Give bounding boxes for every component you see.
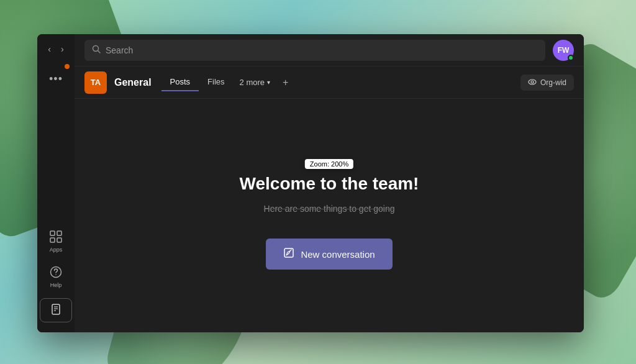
more-options-button[interactable]: ••• bbox=[45, 69, 66, 89]
apps-icon bbox=[49, 230, 63, 245]
svg-rect-0 bbox=[50, 231, 55, 235]
sidebar-item-help[interactable]: Help bbox=[40, 260, 72, 293]
svg-line-11 bbox=[98, 51, 101, 53]
new-conversation-button[interactable]: New conversation bbox=[266, 239, 392, 270]
avatar-status-indicator bbox=[568, 55, 574, 61]
channel-header: TA General Posts Files 2 more ▾ + O bbox=[75, 66, 584, 99]
content-area: Zoom: 200% Welcome to the team! Here are… bbox=[75, 99, 584, 332]
org-wide-button[interactable]: Org-wid bbox=[520, 75, 574, 91]
welcome-heading: Welcome to the team! bbox=[240, 162, 419, 194]
search-placeholder: Search bbox=[106, 45, 133, 55]
org-wide-label: Org-wid bbox=[540, 78, 566, 87]
tab-more-label: 2 more bbox=[240, 78, 265, 87]
main-content: Search FW TA General Posts Files 2 more … bbox=[75, 34, 584, 332]
sidebar-item-apps[interactable]: Apps bbox=[40, 225, 72, 258]
svg-point-12 bbox=[529, 80, 536, 84]
teams-window: ‹ › ••• Apps bbox=[37, 34, 584, 332]
device-icon bbox=[49, 303, 63, 318]
svg-rect-3 bbox=[57, 238, 61, 242]
channel-tabs: Posts Files 2 more ▾ + bbox=[161, 73, 295, 92]
edit-icon bbox=[283, 247, 294, 261]
help-label: Help bbox=[50, 282, 62, 288]
top-bar: Search FW bbox=[75, 34, 584, 66]
search-icon bbox=[92, 45, 101, 55]
nav-navigation: ‹ › bbox=[44, 42, 67, 57]
search-box[interactable]: Search bbox=[84, 40, 545, 61]
new-conversation-label: New conversation bbox=[301, 249, 375, 260]
svg-point-13 bbox=[531, 81, 534, 83]
svg-point-5 bbox=[55, 274, 57, 275]
welcome-container: Zoom: 200% Welcome to the team! bbox=[240, 162, 419, 199]
sub-text: Here are some things to get going bbox=[264, 204, 395, 214]
tab-files[interactable]: Files bbox=[199, 73, 233, 91]
svg-rect-1 bbox=[57, 231, 61, 235]
svg-rect-6 bbox=[52, 304, 60, 314]
apps-label: Apps bbox=[50, 247, 63, 253]
team-icon: TA bbox=[84, 71, 107, 94]
tab-add-button[interactable]: + bbox=[276, 73, 294, 92]
forward-button[interactable]: › bbox=[57, 42, 68, 57]
back-button[interactable]: ‹ bbox=[44, 42, 55, 57]
avatar-container[interactable]: FW bbox=[553, 40, 574, 61]
chevron-down-icon: ▾ bbox=[267, 79, 270, 86]
sidebar-item-device[interactable] bbox=[40, 298, 72, 322]
notification-dot bbox=[65, 64, 70, 69]
eye-icon bbox=[528, 78, 537, 87]
help-icon bbox=[49, 265, 63, 281]
channel-name: General bbox=[114, 77, 152, 88]
svg-rect-2 bbox=[50, 238, 55, 242]
tab-more[interactable]: 2 more ▾ bbox=[234, 74, 276, 91]
nav-rail: ‹ › ••• Apps bbox=[37, 34, 75, 332]
tab-posts[interactable]: Posts bbox=[161, 73, 199, 91]
